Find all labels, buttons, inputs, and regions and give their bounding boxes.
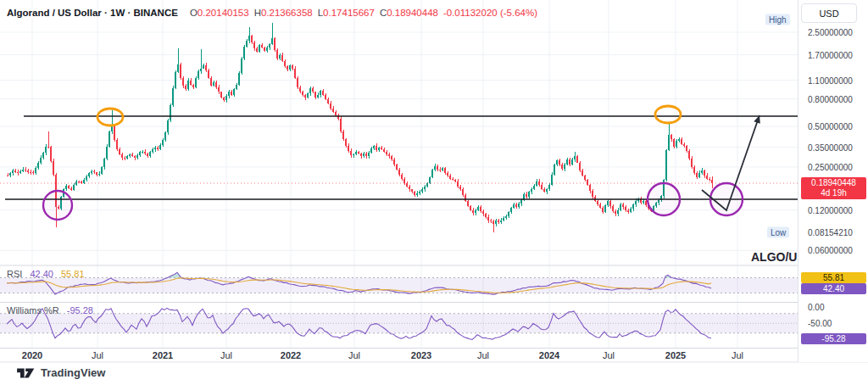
change-value: -0.01132020 (-5.64%) <box>443 8 537 18</box>
rsi-badge: 42.40 <box>801 283 866 294</box>
purple-circle-annotation <box>648 183 680 215</box>
rsi-ma-value: 55.81 <box>61 269 85 279</box>
tradingview-brand-text: TradingView <box>41 366 105 379</box>
last-price-badge: 0.189404484d 19h <box>801 177 866 199</box>
high-label: H <box>254 8 261 18</box>
price-axis[interactable]: 2.500000001.700000001.100000000.80000000… <box>798 0 868 362</box>
close-label: C <box>380 8 387 18</box>
wpr-legend: Williams %R -95.28 <box>7 305 98 315</box>
low-price-pill: Low <box>767 227 789 238</box>
currency-usd-button[interactable]: USD <box>801 3 857 23</box>
wpr-axis-label: 0.00 <box>808 303 824 312</box>
rsi-ma-badge: 55.81 <box>801 272 866 283</box>
price-axis-label: 0.06000000 <box>808 246 853 255</box>
time-axis-label: 2022 <box>281 350 301 360</box>
wpr-badge: -95.28 <box>801 333 866 344</box>
time-axis-label: 2025 <box>665 350 686 360</box>
price-axis-label: 0.35000000 <box>808 142 853 152</box>
chart-legend: Algorand / US Dollar · 1W · BINANCEO0.20… <box>7 8 537 18</box>
wpr-axis-label: -50.00 <box>808 319 832 328</box>
low-value: 0.17415667 <box>323 8 375 18</box>
rsi-label[interactable]: RSI <box>7 269 22 279</box>
price-axis-label: 0.80000000 <box>808 94 853 103</box>
orange-ellipse-annotation <box>97 109 123 126</box>
low-price-value: 0.08154210 <box>808 228 853 237</box>
price-axis-label: 2.50000000 <box>808 28 853 37</box>
time-axis-label: Jul <box>348 350 360 360</box>
rsi-value: 42.40 <box>30 269 53 279</box>
rsi-legend: RSI 42.40 55.81 <box>7 269 85 279</box>
price-axis-label: 1.70000000 <box>808 50 853 59</box>
high-value: 0.21366358 <box>261 8 313 18</box>
currency-usd-label: USD <box>819 8 838 19</box>
wpr-label[interactable]: Williams %R <box>7 305 59 315</box>
wpr-value: -95.28 <box>67 305 93 315</box>
chart-canvas[interactable] <box>0 0 868 385</box>
tradingview-chart-widget: Algorand / US Dollar · 1W · BINANCEO0.20… <box>0 0 868 385</box>
time-axis-label: Jul <box>732 350 743 360</box>
price-axis-label: 0.25000000 <box>808 162 853 171</box>
drawing-annotations[interactable] <box>43 106 760 220</box>
open-label: O <box>190 8 198 18</box>
rsi-extreme-fill <box>168 272 673 277</box>
time-axis-label: Jul <box>220 350 232 360</box>
price-axis-label: 0.50000000 <box>808 122 853 131</box>
tradingview-attribution[interactable]: TradingView <box>17 366 105 379</box>
bar-countdown: 4d 19h <box>803 188 865 198</box>
time-axis-label: Jul <box>603 350 615 360</box>
price-axis-label: 1.10000000 <box>808 75 853 85</box>
time-axis-label: 2021 <box>153 350 173 360</box>
time-axis-label: 2020 <box>22 350 42 360</box>
orange-ellipse-annotation <box>655 106 681 123</box>
open-value: 0.20140153 <box>198 8 249 18</box>
tradingview-logo-icon <box>17 367 36 379</box>
time-axis-label: Jul <box>92 350 103 360</box>
price-axis-label: 0.12000000 <box>808 205 853 215</box>
time-axis-label: 2024 <box>539 350 559 360</box>
high-price-pill: High <box>765 14 790 25</box>
symbol-title[interactable]: Algorand / US Dollar · 1W · BINANCE <box>7 8 178 18</box>
time-axis-label: Jul <box>477 350 489 360</box>
purple-circle-annotation <box>43 191 72 220</box>
close-value: 0.18940448 <box>387 8 438 18</box>
time-axis-label: 2023 <box>411 350 431 360</box>
last-price-value: 0.18940448 <box>803 178 865 188</box>
